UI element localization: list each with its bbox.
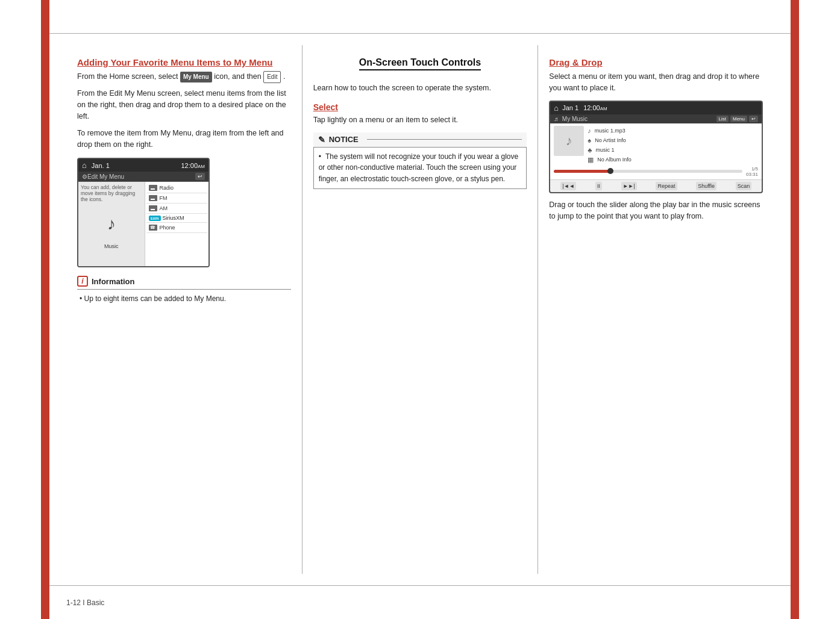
track3-icon: ♣ [588, 146, 592, 154]
ctrl-pause[interactable]: II [595, 182, 602, 190]
edit-label: Edit My Menu [87, 173, 124, 180]
content-area: Adding Your Favorite Menu Items to My Me… [66, 45, 774, 574]
mid-intro: Learn how to touch the screen to operate… [313, 82, 527, 94]
menu-btn[interactable]: Menu [730, 116, 747, 122]
para1-text: From the Home screen, select [77, 72, 180, 81]
album-art: ♪ [554, 126, 584, 156]
ctrl-next[interactable]: ►►| [621, 182, 637, 190]
information-box: i Information Up to eight items can be a… [77, 276, 291, 304]
rscreen-date: Jan 1 [562, 104, 578, 111]
ctrl-prev[interactable]: |◄◄ [560, 182, 576, 190]
back-btn[interactable]: ↩ [749, 116, 758, 122]
sxm-badge: sxm [149, 216, 161, 221]
rscreen-controls: |◄◄ II ►►| Repeat Shuffle Scan [550, 179, 762, 192]
radio-icon: ▬ [149, 185, 157, 191]
notice-title: NOTICE [329, 135, 359, 144]
drag-text1: Select a menu or item you want, then dra… [549, 71, 763, 95]
screen-item-sxm: sxm SiriusXM [146, 214, 208, 223]
left-column: Adding Your Favorite Menu Items to My Me… [66, 45, 302, 574]
track1-label: music 1.mp3 [595, 128, 625, 134]
progress-fill [554, 170, 610, 173]
fm-icon: ▬ [149, 195, 157, 201]
select-title: Select [313, 102, 527, 112]
rscreen-body: ♪ ♪ music 1.mp3 ♠ No Artist Info ♣ music [550, 123, 762, 179]
screen-item-phone: ☎ Phone [146, 223, 208, 233]
screen-right-panel: ▬ Radio ▬ FM ▬ AM sxm SiriusXM [145, 182, 209, 266]
info-header: i Information [77, 276, 291, 290]
track4-label: No Album Info [597, 157, 632, 163]
progress-dot [607, 168, 613, 174]
track1-row: ♪ music 1.mp3 [588, 126, 758, 135]
screen-back-btn: ↩ [195, 173, 205, 180]
notice-text: The system will not recognize your touch… [319, 152, 518, 183]
edit-badge: Edit [263, 71, 281, 83]
screen-left-panel: You can add, delete or move items by dra… [78, 182, 145, 266]
screen-item-radio: ▬ Radio [146, 183, 208, 193]
track3-label: music 1 [596, 147, 615, 153]
para1: From the Home screen, select My Menu ico… [77, 71, 291, 83]
screen-date: Jan. 1 [92, 162, 110, 169]
info-bullet: Up to eight items can be added to My Men… [80, 293, 291, 304]
bottom-rule [49, 585, 791, 586]
drag-title: Drag & Drop [549, 57, 763, 67]
home-icon: ⌂ [82, 161, 87, 170]
screen-header: ⌂ Jan. 1 12:00AM [78, 159, 208, 172]
rscreen-home-icon: ⌂ [554, 104, 559, 113]
red-accent-right [791, 0, 799, 619]
list-btn[interactable]: List [716, 116, 729, 122]
screen-item-fm: ▬ FM [146, 193, 208, 204]
rscreen-music-icon: ♬ [554, 116, 559, 122]
para2: From the Edit My Menu screen, select men… [77, 88, 291, 123]
rscreen-submenu: My Music [562, 116, 588, 122]
mid-section-title: On-Screen Touch Controls [359, 57, 481, 70]
track2-label: No Artist Info [595, 137, 626, 143]
notice-body: • The system will not recognize your tou… [313, 148, 527, 189]
track2-icon: ♠ [588, 137, 591, 144]
left-section-title: Adding Your Favorite Menu Items to My Me… [77, 57, 291, 67]
red-accent-left [41, 0, 49, 619]
ctrl-scan[interactable]: Scan [736, 182, 752, 190]
select-text: Tap lightly on a menu or an item to sele… [313, 114, 527, 126]
ctrl-repeat[interactable]: Repeat [656, 182, 677, 190]
notice-header: ✎ NOTICE [313, 132, 527, 148]
progress-bar[interactable] [554, 170, 742, 173]
rscreen-time: 12:00AM [583, 104, 607, 111]
screen-item-am: ▬ AM [146, 204, 208, 214]
screen-time: 12:00AM [181, 162, 205, 169]
screen-subheader: ⚙ Edit My Menu ↩ [78, 172, 208, 182]
track3-row: ♣ music 1 [588, 145, 758, 155]
right-screen-mockup: ⌂ Jan 1 12:00AM ♬ My Music List Menu ↩ ♪ [549, 101, 763, 193]
music-label: Music [81, 242, 142, 250]
phone-icon: ☎ [149, 225, 157, 231]
page-number: 1-12 I Basic [66, 599, 104, 607]
drag-text2: Drag or touch the slider along the play … [549, 199, 763, 223]
music-icon: ♪ [81, 206, 142, 242]
track4-row: ▦ No Album Info [588, 155, 758, 165]
track-count: 1/5 03:31 [746, 166, 758, 177]
rscreen-subheader: ♬ My Music List Menu ↩ [550, 114, 762, 123]
rscreen-header: ⌂ Jan 1 12:00AM [550, 102, 762, 114]
progress-track [554, 170, 742, 173]
para1b-text: icon, and then [214, 72, 263, 81]
notice-container: ✎ NOTICE • The system will not recognize… [313, 132, 527, 189]
para3: To remove the item from My Menu, drag it… [77, 128, 291, 151]
mymenu-badge: My Menu [180, 72, 212, 82]
mid-column: On-Screen Touch Controls Learn how to to… [302, 45, 539, 574]
right-column: Drag & Drop Select a menu or item you wa… [538, 45, 774, 574]
notice-icon: ✎ [318, 135, 325, 145]
track4-icon: ▦ [588, 156, 594, 164]
track1-icon: ♪ [588, 127, 591, 134]
left-screen-mockup: ⌂ Jan. 1 12:00AM ⚙ Edit My Menu ↩ You ca… [77, 158, 210, 267]
info-icon: i [77, 276, 88, 287]
am-icon: ▬ [149, 205, 157, 211]
info-title: Information [92, 277, 135, 286]
ctrl-shuffle[interactable]: Shuffle [696, 182, 716, 190]
track2-row: ♠ No Artist Info [588, 135, 758, 145]
screen-body: You can add, delete or move items by dra… [78, 182, 208, 266]
notice-line [367, 139, 522, 140]
screen-hint: You can add, delete or move items by dra… [81, 184, 142, 202]
top-rule [49, 33, 791, 34]
